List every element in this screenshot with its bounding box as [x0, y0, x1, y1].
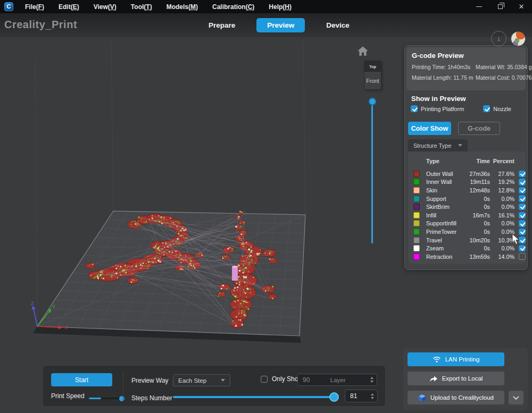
table-row: Travel10m20s10.3% — [411, 236, 522, 245]
show-option: Printing Platform — [411, 105, 464, 112]
3d-viewport-canvas[interactable]: XYZ — [0, 37, 404, 413]
type-time: 0s — [463, 196, 490, 202]
layer-number-input[interactable]: 90 Layer — [297, 374, 377, 386]
steps-slider[interactable] — [173, 396, 340, 398]
print-speed-label: Print Speed — [51, 392, 85, 400]
gcode-stats-block: G-code Preview Printing Time: 1h40m3sMat… — [406, 47, 526, 90]
print-speed-slider[interactable] — [89, 398, 122, 399]
window-restore-button[interactable] — [489, 0, 511, 13]
table-row: SupportInfill0s0.0% — [411, 220, 522, 228]
layer-spinner[interactable] — [370, 377, 377, 383]
type-color-swatch — [413, 220, 420, 226]
steps-slider-thumb[interactable] — [329, 392, 339, 402]
type-percent: 0.0% — [490, 229, 514, 235]
g-code-button[interactable]: G-code — [458, 122, 500, 135]
tab-prepare[interactable]: Prepare — [201, 18, 243, 32]
window-close-button[interactable]: ✕ — [511, 0, 532, 13]
lan-printing-label: LAN Printing — [445, 356, 480, 363]
view-cube[interactable]: Top Front — [364, 61, 381, 90]
type-visibility-checkbox[interactable] — [519, 212, 526, 219]
tab-preview[interactable]: Preview — [256, 18, 305, 32]
window-minimize-button[interactable] — [468, 0, 489, 13]
user-avatar[interactable] — [511, 31, 526, 46]
home-view-button[interactable] — [357, 46, 369, 56]
export-to-local-label: Export to Local — [442, 375, 483, 382]
menu-item-view[interactable]: View(V) — [94, 3, 117, 11]
type-time: 0s — [463, 220, 490, 226]
svg-text:Y: Y — [52, 304, 55, 309]
menu-item-help[interactable]: Help(H) — [269, 3, 292, 11]
color-show-button[interactable]: Color Show — [408, 122, 451, 135]
menu-item-tool[interactable]: Tool(T) — [131, 3, 152, 11]
type-percent: 0.0% — [490, 196, 514, 202]
layer-slider-thumb[interactable] — [369, 98, 376, 105]
type-visibility-checkbox[interactable] — [519, 187, 526, 194]
app-title: Creality_Print — [4, 19, 77, 31]
table-row: Zseam0s0.0% — [411, 244, 522, 252]
type-time: 0s — [463, 229, 490, 235]
view-front-button[interactable]: Front — [364, 72, 381, 89]
type-visibility-checkbox[interactable] — [519, 220, 526, 227]
steps-spinner[interactable] — [371, 393, 377, 399]
type-name: Infill — [424, 212, 463, 218]
type-percent: 14.0% — [490, 254, 514, 260]
export-arrow-icon — [429, 375, 438, 382]
layer-slider-track[interactable] — [371, 105, 373, 243]
view-top-button[interactable]: Top — [364, 61, 381, 72]
type-visibility-checkbox[interactable] — [519, 195, 526, 202]
type-visibility-checkbox[interactable] — [519, 179, 526, 186]
structure-table-rows: Outer Wall27m36s27.6%Inner Wall19m11s19.… — [411, 170, 522, 261]
stat-item: Material Cost: 0.700768 — [476, 74, 532, 81]
svg-text:X: X — [64, 325, 68, 330]
preview-way-select[interactable]: Each Step — [173, 374, 230, 386]
download-button[interactable]: ↓ — [491, 31, 506, 46]
type-time: 19m11s — [463, 179, 490, 185]
show-option-checkbox[interactable] — [411, 105, 418, 112]
menu-item-models[interactable]: Models(M) — [167, 3, 198, 11]
minimize-icon — [476, 6, 482, 7]
layer-number-value: 90 — [303, 376, 310, 384]
gcode-stats-grid: Printing Time: 1h40m3sMaterial Wt: 35.03… — [412, 64, 520, 81]
titlebar: C File(F)Edit(E)View(V)Tool(T)Models(M)C… — [0, 0, 532, 13]
structure-type-dropdown[interactable]: Structure Type — [408, 139, 468, 151]
show-option-label: Printing Platform — [421, 106, 464, 112]
chevron-down-icon — [221, 379, 225, 382]
type-percent: 0.0% — [490, 204, 514, 210]
divider — [123, 372, 123, 401]
upload-to-crealitycloud-label: Upload to Crealitycloud — [430, 394, 494, 401]
structure-table-panel: Type Time Percent Outer Wall27m36s27.6%I… — [408, 151, 526, 264]
type-time: 0s — [463, 245, 490, 251]
menu-item-calibration[interactable]: Calibration(C) — [212, 3, 254, 11]
spin-up-icon[interactable] — [371, 393, 374, 395]
type-name: Inner Wall — [424, 179, 463, 185]
table-row: Skin12m48s12.8% — [411, 186, 522, 195]
type-name: SupportInfill — [424, 220, 463, 226]
tab-device[interactable]: Device — [319, 18, 357, 32]
spin-down-icon[interactable] — [370, 381, 373, 383]
spin-down-icon[interactable] — [371, 397, 374, 399]
lan-printing-button[interactable]: LAN Printing — [408, 352, 504, 366]
type-visibility-checkbox[interactable] — [519, 245, 526, 252]
print-speed-slider-fill — [89, 398, 101, 399]
print-speed-slider-thumb[interactable] — [119, 396, 124, 401]
upload-to-crealitycloud-button[interactable]: Upload to Crealitycloud — [408, 391, 504, 404]
download-icon: ↓ — [497, 34, 501, 43]
start-button[interactable]: Start — [51, 373, 112, 386]
type-percent: 27.6% — [490, 171, 514, 177]
type-visibility-checkbox[interactable] — [519, 253, 526, 260]
more-output-options-button[interactable] — [509, 391, 523, 404]
type-name: Outer Wall — [424, 171, 463, 177]
menu-item-edit[interactable]: Edit(E) — [59, 3, 79, 11]
export-to-local-button[interactable]: Export to Local — [408, 372, 504, 385]
menu-item-file[interactable]: File(F) — [25, 3, 44, 11]
show-option-checkbox[interactable] — [483, 105, 490, 112]
spin-up-icon[interactable] — [370, 377, 373, 379]
steps-number-input[interactable]: 81 — [345, 390, 378, 402]
only-show-checkbox[interactable] — [261, 376, 268, 383]
table-row: Outer Wall27m36s27.6% — [411, 170, 522, 178]
table-row: SkirtBrim0s0.0% — [411, 203, 522, 211]
type-visibility-checkbox[interactable] — [519, 171, 526, 178]
preview-way-value: Each Step — [178, 377, 206, 384]
type-color-swatch — [413, 204, 420, 210]
type-visibility-checkbox[interactable] — [519, 204, 526, 210]
